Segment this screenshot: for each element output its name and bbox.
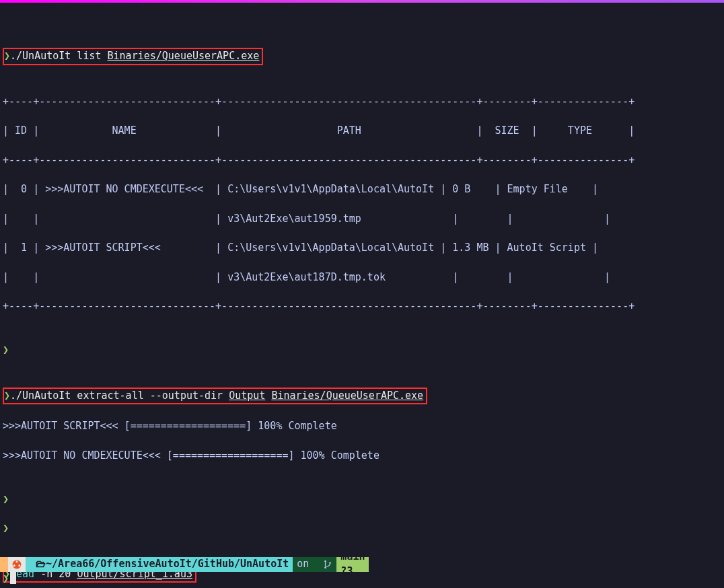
git-branch-icon [323, 560, 332, 569]
svg-point-2 [13, 564, 15, 566]
cmd2-arg2: Binaries/QueueUserAPC.exe [271, 390, 423, 402]
table-row: | 1 | >>>AUTOIT SCRIPT<<< | C:\Users\v1v… [3, 241, 721, 256]
cmd2-arg1: Output [229, 390, 265, 402]
table-row: | | | v3\Aut2Exe\aut187D.tmp.tok | | | [3, 270, 721, 285]
status-path-dir: UnAutoIt [240, 557, 289, 572]
prompt-symbol: ❯ [4, 390, 10, 402]
table-div-bot: +----+-----------------------------+----… [3, 299, 721, 314]
svg-point-1 [16, 561, 18, 563]
ubuntu-logo-icon [12, 560, 22, 569]
svg-point-3 [18, 564, 20, 566]
table-row: | | | v3\Aut2Exe\aut1959.tmp | | | [3, 212, 721, 227]
cmd1-arg: Binaries/QueueUserAPC.exe [108, 50, 260, 62]
highlight-box-cmd1: ❯./UnAutoIt list Binaries/QueueUserAPC.e… [3, 48, 263, 65]
status-bar: 🗁 ~/Area66/OffensiveAutoIt/GitHub/UnAuto… [0, 557, 724, 572]
svg-point-5 [325, 566, 327, 568]
svg-point-6 [330, 562, 332, 564]
prompt-symbol: ❯ [3, 522, 9, 534]
status-path: 🗁 ~/Area66/OffensiveAutoIt/GitHub/UnAuto… [26, 557, 293, 572]
status-git [313, 557, 336, 572]
status-time [0, 557, 8, 572]
status-filler [369, 557, 724, 572]
prompt-symbol: ❯ [3, 344, 9, 356]
cmd2-sub: extract-all --output-dir [71, 390, 229, 402]
status-on: on [293, 557, 313, 572]
table-head: | ID | NAME | PATH | SIZE | TYPE | [3, 124, 721, 139]
svg-point-4 [325, 560, 327, 562]
extract-output-line: >>>AUTOIT SCRIPT<<< [===================… [3, 419, 721, 434]
terminal[interactable]: ❯./UnAutoIt list Binaries/QueueUserAPC.e… [0, 3, 724, 588]
cursor [10, 572, 16, 584]
table-div-mid: +----+-----------------------------+----… [3, 153, 721, 168]
table-div-top: +----+-----------------------------+----… [3, 95, 721, 110]
cmd2-exec: ./UnAutoIt [10, 390, 71, 402]
ubuntu-icon [8, 557, 26, 572]
status-branch: main ?3 [336, 557, 369, 572]
github-icon [317, 557, 323, 572]
cmd1-exec: ./UnAutoIt [10, 50, 71, 62]
status-path-prefix: ~/Area66/OffensiveAutoIt/GitHub/ [46, 557, 240, 572]
prompt-symbol: ❯ [4, 50, 10, 62]
folder-icon: 🗁 [30, 557, 46, 572]
table-row: | 0 | >>>AUTOIT NO CMDEXECUTE<<< | C:\Us… [3, 182, 721, 197]
active-prompt[interactable]: ❯ [3, 572, 16, 587]
cmd1-sub: list [71, 50, 107, 62]
highlight-box-cmd2: ❯./UnAutoIt extract-all --output-dir Out… [3, 388, 427, 405]
prompt-symbol: ❯ [3, 493, 9, 505]
extract-output-line: >>>AUTOIT NO CMDEXECUTE<<< [============… [3, 449, 721, 464]
